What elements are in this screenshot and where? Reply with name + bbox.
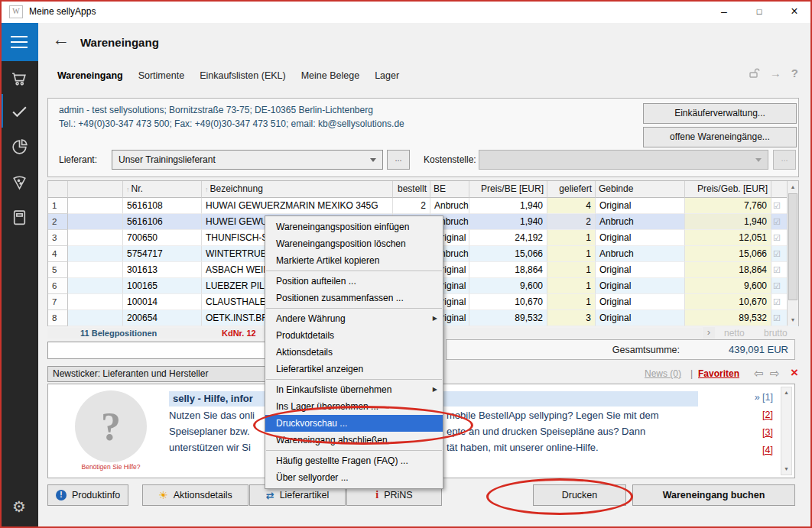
tab-lager[interactable]: Lager (375, 70, 399, 81)
menu-item-druckvorschau[interactable]: Druckvorschau ... (265, 415, 443, 432)
forward-arrow-icon[interactable]: → (770, 66, 781, 79)
menu-item-lieferartikel-anzeigen[interactable]: Lieferartikel anzeigen (265, 361, 443, 377)
back-button[interactable]: ← (52, 29, 70, 50)
tab-sortimente[interactable]: Sortimente (138, 70, 184, 81)
column-header-be[interactable]: BE (430, 181, 469, 198)
maximize-button[interactable]: □ (742, 0, 777, 23)
geliefert-cell: 1 (547, 230, 596, 246)
sidebar-item-settings[interactable]: ⚙ (0, 490, 38, 523)
tab-wareneingang[interactable]: Wareneingang (57, 70, 123, 81)
news-page-link[interactable]: » [1] (755, 392, 773, 403)
menu-item-markierte-artikel-kopieren[interactable]: Markierte Artikel kopieren (265, 252, 443, 269)
row-check-icon[interactable]: ☑ (771, 262, 788, 278)
column-header-bestellt[interactable]: bestellt (393, 181, 430, 198)
produktinfo-button[interactable]: !Produktinfo (47, 484, 128, 506)
brutto-toggle[interactable]: brutto (764, 328, 788, 339)
help-icon[interactable]: ? (791, 66, 798, 79)
news-prev-icon[interactable]: ⇦ (754, 367, 764, 381)
sidebar-item-statistics[interactable] (0, 130, 38, 164)
row-check-icon[interactable]: ☑ (771, 278, 788, 294)
menu-item-positionen-zusammenfassen[interactable]: Positionen zusammenfassen ... (265, 290, 443, 306)
table-row[interactable]: 15616108HUWAI GEWUERZMARIN MEXIKO 345G2A… (48, 198, 798, 214)
row-check-icon[interactable]: ☑ (771, 310, 788, 326)
row-number: 5 (48, 262, 68, 278)
tab-meine-belege[interactable]: Meine Belege (301, 70, 359, 81)
gebinde-cell: Original (596, 230, 685, 246)
scroll-up-icon[interactable]: ▲ (781, 387, 791, 398)
netto-toggle[interactable]: netto (724, 328, 745, 339)
tab-einkaufslisten-ekl[interactable]: Einkaufslisten (EKL) (200, 70, 286, 81)
menu-item-h-ufig-gestellte-fragen-faq[interactable]: Häufig gestellte Fragen (FAQ) ... (265, 452, 443, 469)
close-button[interactable]: × (777, 0, 812, 23)
news-next-icon[interactable]: ⇨ (770, 367, 780, 381)
sidebar-item-checklist[interactable] (0, 94, 38, 128)
aktionsdetails-button[interactable]: ☀Aktionsdetails (142, 484, 248, 506)
button-label: Aktionsdetails (174, 490, 232, 500)
scroll-down-icon[interactable]: ▼ (781, 464, 791, 475)
news-link[interactable]: News (0) (645, 368, 681, 379)
column-header-bezeichnung[interactable]: ↑Bezeichnung (202, 181, 393, 198)
row-check-icon[interactable]: ☑ (771, 230, 788, 246)
favoriten-link[interactable]: Favoriten (698, 368, 739, 379)
titlebar: W Meine sellyApps –□× (0, 0, 812, 23)
spacer-cell (68, 278, 123, 294)
offene-wareneingaenge-button[interactable]: offene Wareneingänge... (643, 127, 797, 147)
gear-icon: ⚙ (12, 497, 26, 516)
row-check-icon[interactable]: ☑ (771, 246, 788, 262)
menu-item-produktdetails[interactable]: Produktdetails (265, 327, 443, 344)
scroll-down-icon[interactable]: ▼ (788, 314, 798, 326)
news-page-link[interactable]: [3] (762, 427, 773, 438)
gebinde-cell: Original (596, 310, 685, 326)
menu-item-andere-w-hrung[interactable]: Andere Währung▶ (265, 310, 443, 327)
news-close-icon[interactable]: × (791, 365, 798, 381)
bestellt-cell: 2 (393, 198, 430, 214)
menu-item-aktionsdetails[interactable]: Aktionsdetails (265, 344, 443, 361)
scrollbar-thumb[interactable] (788, 193, 797, 300)
column-header-preis-be-eur[interactable]: Preis/BE [EUR] (469, 181, 547, 198)
table-vertical-scrollbar[interactable]: ▲ ▼ (787, 181, 798, 326)
menu-item-ber-sellyorder[interactable]: Über sellyorder ... (265, 469, 443, 486)
lieferant-select[interactable]: Unser Trainingslieferant (112, 150, 383, 170)
sync-arrows-icon: ⇄ (266, 490, 274, 501)
minimize-button[interactable]: – (706, 0, 742, 23)
lieferant-browse-button[interactable]: ... (387, 150, 410, 170)
preis-geb-cell: 15,066 (685, 246, 771, 262)
menu-toggle-button[interactable] (0, 23, 38, 61)
news-scrollbar[interactable]: ▲ ▼ (781, 387, 792, 475)
news-body-line: Nutzen Sie das onli (169, 410, 255, 421)
sidebar-item-menuplan[interactable] (0, 165, 38, 199)
nr-cell: 301613 (123, 262, 202, 278)
menu-item-wareneingang-abschlie-en[interactable]: Wareneingang abschließen ... (265, 432, 443, 449)
news-page-link[interactable]: [2] (762, 410, 773, 420)
menu-item-in-einkaufsliste-bernehmen[interactable]: In Einkaufsliste übernehmen▶ (265, 381, 443, 398)
kdnr-status: KdNr. 12 (222, 329, 256, 338)
info-circle-icon: ! (56, 490, 67, 500)
menu-item-position-aufteilen[interactable]: Position aufteilen ... (265, 273, 443, 290)
sidebar-item-book[interactable] (0, 200, 38, 234)
einkaeuferverwaltung-button[interactable]: Einkäuferverwaltung... (643, 103, 797, 124)
row-check-icon[interactable]: ☑ (771, 214, 788, 230)
sidebar-item-cart[interactable] (0, 62, 38, 96)
scroll-up-icon[interactable]: ▲ (788, 181, 798, 193)
column-header-geliefert[interactable]: geliefert (547, 181, 596, 198)
geliefert-cell: 1 (547, 262, 596, 278)
menu-item-wareneingangsposition-l-schen[interactable]: Wareneingangsposition löschen (265, 235, 443, 252)
drucken-button[interactable]: Drucken (533, 484, 626, 506)
menu-item-wareneingangsposition-einf-gen[interactable]: Wareneingangsposition einfügen (265, 219, 443, 235)
gebinde-cell: Original (596, 294, 685, 310)
row-check-icon[interactable]: ☑ (771, 294, 788, 310)
column-header-nr[interactable]: ↑Nr. (123, 181, 202, 198)
book-icon (10, 208, 29, 227)
supplier-address-line1: admin - test sellysolutions; Bornitzstra… (59, 105, 373, 115)
news-page-link[interactable]: [4] (762, 445, 773, 455)
unlock-icon[interactable] (748, 67, 760, 79)
menu-item-ins-lager-bernehmen[interactable]: Ins Lager übernehmen ... (265, 398, 443, 415)
spacer-cell (68, 262, 123, 278)
wareneingang-buchen-button[interactable]: Wareneingang buchen (632, 484, 795, 506)
scroll-right-icon[interactable]: › (703, 327, 715, 339)
column-header-preis-geb-eur[interactable]: Preis/Geb. [EUR] (685, 181, 771, 198)
column-header-gebinde[interactable]: Gebinde (596, 181, 685, 198)
row-check-icon[interactable]: ☑ (771, 198, 788, 214)
gebinde-cell: Anbruch (596, 214, 685, 230)
spacer-cell (68, 246, 123, 262)
